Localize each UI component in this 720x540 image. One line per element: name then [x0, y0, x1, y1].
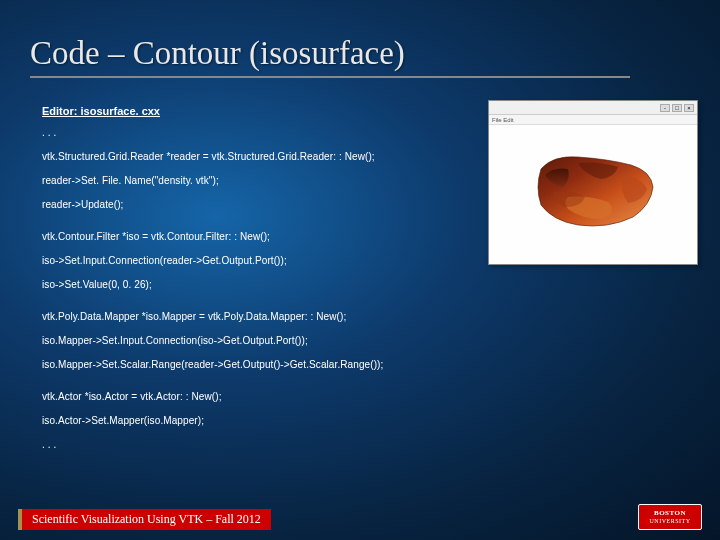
code-line: reader->Update(); [42, 197, 472, 212]
code-line: iso.Actor->Set.Mapper(iso.Mapper); [42, 413, 472, 428]
code-line: reader->Set. File. Name("density. vtk"); [42, 173, 472, 188]
footer-label: Scientific Visualization Using VTK – Fal… [18, 509, 271, 530]
code-content: Editor: isosurface. cxx . . . vtk.Struct… [42, 105, 472, 461]
minimize-icon: - [660, 104, 670, 112]
code-line: vtk.Actor *iso.Actor = vtk.Actor: : New(… [42, 389, 472, 404]
boston-university-logo: BOSTON UNIVERSITY [638, 504, 702, 530]
isosurface-render [523, 147, 663, 242]
code-line: iso->Set.Value(0, 0. 26); [42, 277, 472, 292]
code-line: vtk.Structured.Grid.Reader *reader = vtk… [42, 149, 472, 164]
code-line: . . . [42, 125, 472, 140]
code-line: iso->Set.Input.Connection(reader->Get.Ou… [42, 253, 472, 268]
close-icon: × [684, 104, 694, 112]
code-line: vtk.Contour.Filter *iso = vtk.Contour.Fi… [42, 229, 472, 244]
footer: Scientific Visualization Using VTK – Fal… [18, 504, 702, 530]
code-line: vtk.Poly.Data.Mapper *iso.Mapper = vtk.P… [42, 309, 472, 324]
maximize-icon: □ [672, 104, 682, 112]
slide-title: Code – Contour (isosurface) [30, 35, 630, 78]
visualization-thumbnail: - □ × File Edit [488, 100, 698, 265]
code-line: iso.Mapper->Set.Scalar.Range(reader->Get… [42, 357, 472, 372]
code-line: . . . [42, 437, 472, 452]
thumb-titlebar: - □ × [489, 101, 697, 115]
code-line: iso.Mapper->Set.Input.Connection(iso->Ge… [42, 333, 472, 348]
thumb-menubar: File Edit [489, 115, 697, 125]
editor-label: Editor: isosurface. cxx [42, 105, 472, 117]
thumb-body [489, 125, 697, 264]
